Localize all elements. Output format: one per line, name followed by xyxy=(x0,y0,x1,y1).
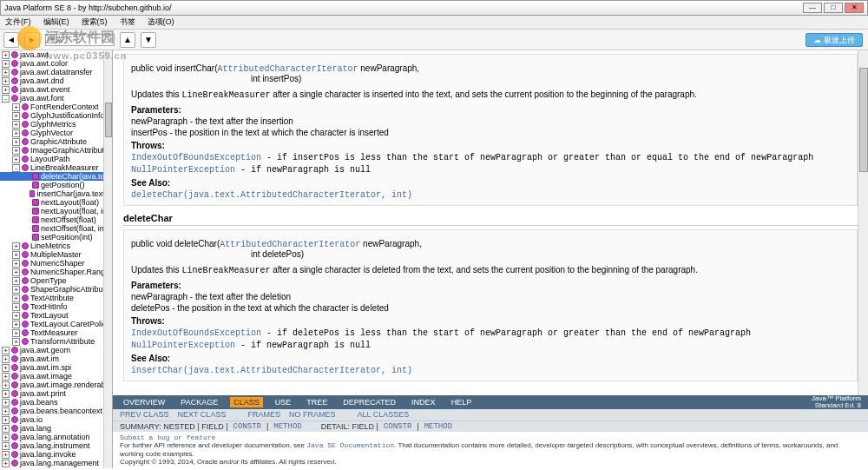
minimize-button[interactable]: — xyxy=(803,3,822,13)
summary-constr-link[interactable]: CONSTR xyxy=(233,422,261,431)
tree-item[interactable]: -LineBreakMeasurer xyxy=(0,163,112,172)
tree-item[interactable]: +ImageGraphicAttribute xyxy=(0,146,112,155)
tree-item[interactable]: +GlyphVector xyxy=(0,129,112,137)
tree-item[interactable]: deleteChar(java.text xyxy=(0,172,112,181)
expand-icon[interactable]: + xyxy=(12,156,20,163)
expand-icon[interactable]: + xyxy=(12,303,20,311)
expand-icon[interactable]: + xyxy=(2,390,10,398)
tree-item[interactable]: +java.beans xyxy=(0,398,112,407)
tree-item[interactable]: +ShapeGraphicAttribute xyxy=(0,285,112,294)
expand-icon[interactable]: + xyxy=(2,347,10,354)
expand-icon[interactable]: + xyxy=(2,442,10,450)
close-button[interactable]: ✕ xyxy=(845,3,864,13)
expand-icon[interactable]: + xyxy=(12,138,20,146)
summary-method-link[interactable]: METHOD xyxy=(273,422,301,431)
tree-item[interactable]: +java.awt.datatransfer xyxy=(0,68,112,76)
maximize-button[interactable]: □ xyxy=(824,3,843,13)
tree-item[interactable]: +java.lang.management xyxy=(0,459,112,467)
nav-prev-class[interactable]: PREV CLASS xyxy=(120,410,169,419)
sidebar-scrollbar[interactable] xyxy=(103,50,112,468)
nav-help[interactable]: HELP xyxy=(448,397,476,407)
expand-icon[interactable]: + xyxy=(12,338,20,346)
expand-icon[interactable]: + xyxy=(12,312,20,320)
tree-item[interactable]: +java.lang.instrument xyxy=(0,441,112,450)
tree-item[interactable]: +TextHitInfo xyxy=(0,302,112,311)
tree-item[interactable]: +java.lang.invoke xyxy=(0,450,112,459)
content-scrollbar[interactable] xyxy=(858,50,868,418)
submit-bug-link[interactable]: Submit a bug or feature xyxy=(120,434,215,441)
nav-package[interactable]: PACKAGE xyxy=(177,397,221,407)
expand-icon[interactable]: + xyxy=(2,364,10,372)
menu-options[interactable]: 选项(O) xyxy=(148,17,174,28)
exception-link[interactable]: IndexOutOfBoundsException xyxy=(131,153,261,162)
tree-item[interactable]: +java.awt.dnd xyxy=(0,76,112,85)
tree-item[interactable]: nextOffset(float) xyxy=(0,215,112,224)
tree-item[interactable]: -java.awt.font xyxy=(0,94,112,103)
expand-icon[interactable]: + xyxy=(2,60,10,68)
expand-icon[interactable]: + xyxy=(12,321,20,328)
tree-item[interactable]: setPosition(int) xyxy=(0,233,112,242)
nav-noframes[interactable]: NO FRAMES xyxy=(289,410,336,419)
scrollbar-thumb[interactable] xyxy=(859,68,868,172)
nav-frames[interactable]: FRAMES xyxy=(247,410,280,419)
tree-item[interactable]: +java.awt.geom xyxy=(0,346,112,354)
seealso-link[interactable]: insertChar(java.text.AttributedCharacter… xyxy=(131,366,412,375)
expand-icon[interactable]: + xyxy=(2,86,10,94)
nav-next-class[interactable]: NEXT CLASS xyxy=(178,410,227,419)
tree-item[interactable]: +TextMeasurer xyxy=(0,328,112,337)
tree-item[interactable]: nextLayout(float, int, xyxy=(0,207,112,215)
tree-item[interactable]: +GlyphJustificationInfo xyxy=(0,111,112,120)
expand-icon[interactable]: + xyxy=(12,295,20,302)
tree-item[interactable]: +java.awt.print xyxy=(0,389,112,398)
tree-item[interactable]: +LineMetrics xyxy=(0,242,112,250)
nav-class[interactable]: CLASS xyxy=(230,397,263,407)
tree-item[interactable]: +java.beans.beancontext xyxy=(0,407,112,415)
expand-icon[interactable]: + xyxy=(12,147,20,155)
tree-item[interactable]: +GraphicAttribute xyxy=(0,137,112,146)
expand-icon[interactable]: + xyxy=(2,355,10,363)
nav-overview[interactable]: OVERVIEW xyxy=(120,397,168,407)
detail-method-link[interactable]: METHOD xyxy=(424,422,452,431)
tree-item[interactable]: nextLayout(float) xyxy=(0,198,112,207)
expand-icon[interactable]: + xyxy=(2,407,10,415)
expand-icon[interactable]: + xyxy=(2,373,10,381)
expand-icon[interactable]: + xyxy=(2,77,10,85)
expand-icon[interactable]: + xyxy=(12,277,20,285)
expand-icon[interactable]: + xyxy=(12,103,20,111)
tree-item[interactable]: +java.awt.event xyxy=(0,85,112,94)
tree-item[interactable]: +java.awt.image.renderable xyxy=(0,381,112,389)
search-next-button[interactable]: ▼ xyxy=(141,32,156,48)
tree-item[interactable]: +java.io xyxy=(0,415,112,424)
tree-item[interactable]: +GlyphMetrics xyxy=(0,120,112,129)
tree-item[interactable]: +TextLayout.CaretPolicy xyxy=(0,320,112,328)
tree-item[interactable]: +NumericShaper.Range xyxy=(0,268,112,276)
seealso-link[interactable]: deleteChar(java.text.AttributedCharacter… xyxy=(131,190,412,200)
tree-item[interactable]: +TextLayout xyxy=(0,311,112,320)
expand-icon[interactable]: + xyxy=(12,260,20,268)
expand-icon[interactable]: + xyxy=(12,112,20,120)
expand-icon[interactable]: + xyxy=(12,121,20,129)
tree-item[interactable]: +java.lang xyxy=(0,424,112,433)
tree-item[interactable]: getPosition() xyxy=(0,181,112,189)
tree-item[interactable]: +java.awt.image xyxy=(0,372,112,381)
expand-icon[interactable]: + xyxy=(2,399,10,407)
collapse-icon[interactable]: - xyxy=(12,164,20,172)
tree-item[interactable]: +java.awt.im xyxy=(0,354,112,363)
expand-icon[interactable]: + xyxy=(2,468,10,469)
expand-icon[interactable]: + xyxy=(2,434,10,441)
expand-icon[interactable]: + xyxy=(2,416,10,424)
collapse-icon[interactable]: - xyxy=(2,95,10,103)
tree-item[interactable]: +TransformAttribute xyxy=(0,337,112,346)
expand-icon[interactable]: + xyxy=(2,425,10,433)
nav-allclasses[interactable]: ALL CLASSES xyxy=(357,410,409,419)
tree-item[interactable]: +LayoutPath xyxy=(0,155,112,163)
expand-icon[interactable]: + xyxy=(12,286,20,294)
expand-icon[interactable]: + xyxy=(12,329,20,337)
type-link[interactable]: AttributedCharacterIterator xyxy=(220,240,360,249)
tree-item[interactable]: +NumericShaper xyxy=(0,259,112,268)
expand-icon[interactable]: + xyxy=(2,51,10,59)
expand-icon[interactable]: + xyxy=(2,451,10,459)
type-link[interactable]: AttributedCharacterIterator xyxy=(218,64,358,74)
expand-icon[interactable]: + xyxy=(2,69,10,76)
tree-item[interactable]: +java.awt.im.spi xyxy=(0,363,112,372)
